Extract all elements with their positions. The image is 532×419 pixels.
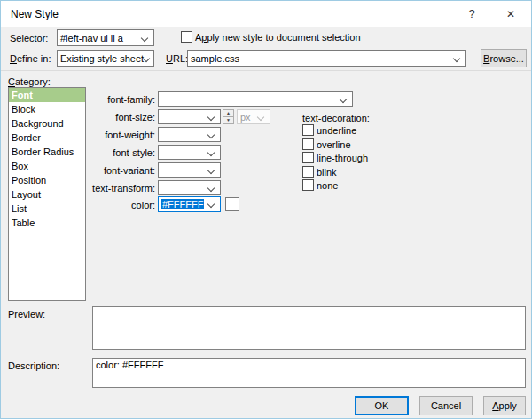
category-item-font[interactable]: Font (9, 88, 85, 102)
url-combobox[interactable]: sample.css (187, 50, 466, 67)
spin-down-icon: ▼ (226, 118, 231, 123)
font-family-combobox[interactable] (158, 91, 353, 107)
category-item-layout[interactable]: Layout (9, 187, 85, 202)
font-size-unit-combobox: px (237, 109, 270, 124)
font-size-unit-value: px (240, 112, 251, 123)
checkbox-icon (302, 138, 314, 150)
category-item-box[interactable]: Box (9, 159, 85, 173)
chevron-down-icon (207, 201, 215, 208)
category-listbox: Font Block Background Border Border Radi… (8, 87, 86, 301)
category-item-background[interactable]: Background (9, 116, 85, 130)
description-label: Description: (8, 360, 59, 371)
preview-label: Preview: (8, 309, 45, 320)
font-weight-label: font-weight: (77, 130, 155, 140)
chevron-down-icon (453, 54, 460, 61)
browse-button[interactable]: Browse... (481, 49, 527, 67)
chevron-down-icon (207, 184, 215, 191)
help-button[interactable]: ? (453, 1, 490, 27)
category-item-table[interactable]: Table (9, 216, 85, 230)
category-item-position[interactable]: Position (9, 173, 85, 187)
chevron-down-icon (207, 148, 215, 155)
url-value: sample.css (191, 53, 239, 64)
text-transform-label: text-transform: (77, 183, 155, 194)
checkbox-icon (302, 179, 314, 191)
blink-checkbox[interactable]: blink (302, 166, 337, 178)
help-icon: ? (468, 7, 474, 20)
define-in-value: Existing style sheet (60, 53, 144, 64)
chevron-down-icon (143, 54, 150, 61)
define-in-combobox[interactable]: Existing style sheet (57, 50, 154, 67)
chevron-down-icon (340, 95, 347, 102)
font-family-label: font-family: (77, 94, 155, 105)
cancel-button-label: Cancel (431, 400, 461, 411)
checkbox-icon (181, 31, 192, 43)
selector-combobox[interactable]: #left-nav ul li a (57, 29, 154, 46)
color-value: #FFFFFF (161, 199, 204, 210)
selector-label: Selector: (10, 33, 48, 43)
spinner-down-button[interactable]: ▼ (223, 117, 234, 124)
url-label: URL: (166, 53, 188, 64)
define-in-label: Define in: (10, 53, 51, 64)
window-title: New Style (11, 8, 59, 20)
color-swatch[interactable] (225, 197, 239, 211)
underline-checkbox[interactable]: underline (302, 124, 356, 136)
checkbox-icon (302, 166, 314, 178)
apply-button[interactable]: Apply (483, 396, 526, 415)
font-weight-combobox[interactable] (158, 127, 221, 142)
font-size-spinner: ▲ ▼ (223, 109, 234, 124)
category-item-border[interactable]: Border (9, 130, 85, 145)
apply-style-checkbox[interactable]: Apply new style to document selection (181, 31, 361, 43)
preview-content (93, 307, 525, 309)
chevron-down-icon (257, 113, 264, 120)
font-size-label: font-size: (77, 112, 155, 123)
overline-checkbox-label: overline (317, 139, 351, 150)
category-item-list[interactable]: List (9, 202, 85, 216)
ok-button[interactable]: OK (355, 396, 409, 415)
chevron-down-icon (207, 130, 215, 138)
color-combobox[interactable]: #FFFFFF (158, 196, 221, 212)
text-decoration-label: text-decoration: (302, 113, 370, 123)
category-item-border-radius[interactable]: Border Radius (9, 145, 85, 159)
ok-button-label: OK (375, 400, 389, 411)
description-value: color: #FFFFFF (93, 359, 525, 371)
chevron-down-icon (207, 113, 215, 120)
font-variant-label: font-variant: (77, 165, 155, 176)
checkbox-icon (302, 152, 314, 163)
font-style-label: font-style: (77, 147, 155, 158)
cancel-button[interactable]: Cancel (419, 396, 473, 415)
none-checkbox[interactable]: none (302, 179, 338, 191)
spin-up-icon: ▲ (226, 111, 231, 115)
chevron-down-icon (141, 34, 148, 41)
close-icon: ✕ (506, 8, 515, 20)
title-bar: New Style ? ✕ (1, 1, 531, 27)
selector-value: #left-nav ul li a (60, 33, 123, 43)
apply-style-checkbox-label: Apply new style to document selection (195, 32, 361, 43)
line-through-checkbox[interactable]: line-through (302, 152, 368, 163)
new-style-dialog: New Style ? ✕ Selector: #left-nav ul li … (0, 0, 532, 419)
chevron-down-icon (207, 166, 215, 173)
description-pane: color: #FFFFFF (92, 358, 526, 388)
none-checkbox-label: none (317, 180, 338, 191)
category-item-block[interactable]: Block (9, 102, 85, 116)
preview-pane (92, 306, 526, 350)
spinner-up-button[interactable]: ▲ (223, 109, 234, 117)
close-button[interactable]: ✕ (490, 1, 531, 27)
header-separator (1, 70, 532, 71)
category-label: Category: (8, 76, 51, 87)
overline-checkbox[interactable]: overline (302, 138, 351, 150)
blink-checkbox-label: blink (317, 167, 337, 178)
text-transform-combobox[interactable] (158, 180, 221, 195)
apply-button-label: Apply (492, 400, 517, 411)
font-size-combobox[interactable] (158, 109, 221, 124)
checkbox-icon (302, 124, 314, 136)
font-style-combobox[interactable] (158, 145, 221, 160)
line-through-checkbox-label: line-through (317, 153, 368, 163)
underline-checkbox-label: underline (317, 125, 356, 136)
font-variant-combobox[interactable] (158, 162, 221, 178)
color-label: color: (77, 200, 155, 210)
